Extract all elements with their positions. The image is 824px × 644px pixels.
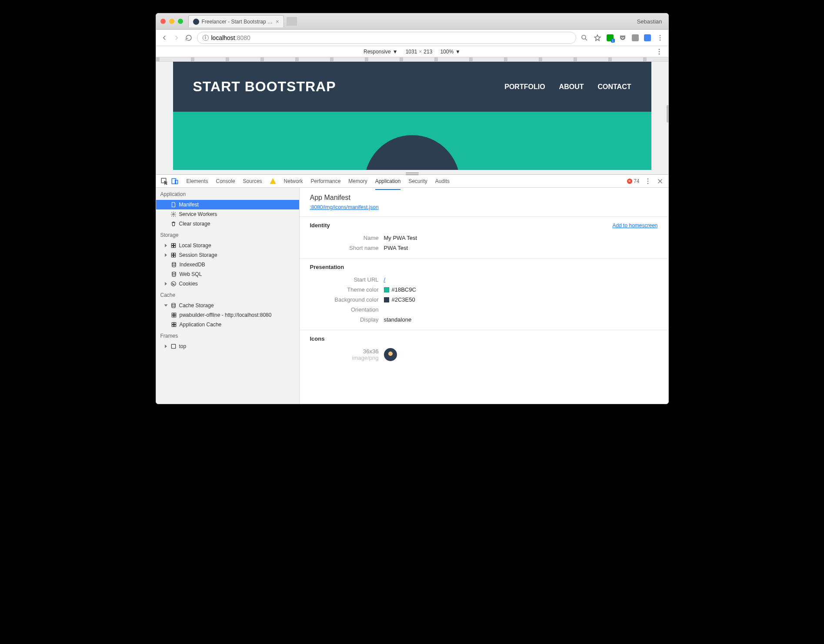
svg-rect-34 (174, 322, 176, 324)
devtools-menu-icon[interactable] (644, 177, 652, 185)
svg-point-0 (582, 35, 586, 39)
sidebar-item-clear-storage[interactable]: Clear storage (156, 219, 299, 229)
kv-key: Orientation (310, 306, 384, 313)
sidebar-item-cache-storage[interactable]: Cache Storage (156, 301, 299, 310)
zoom-icon[interactable] (580, 34, 588, 42)
toggle-device-toolbar-icon[interactable] (171, 177, 179, 185)
expand-arrow-icon[interactable] (165, 253, 167, 257)
sidebar-item-local-storage[interactable]: Local Storage (156, 241, 299, 250)
devtools-tab-console[interactable]: Console (216, 176, 235, 187)
devtools-tab-application[interactable]: Application (375, 176, 401, 187)
extension-3-icon[interactable] (644, 34, 651, 41)
devtools-tab-memory[interactable]: Memory (348, 176, 367, 187)
sidebar-item-service-workers[interactable]: Service Workers (156, 209, 299, 219)
reload-button[interactable] (185, 34, 193, 42)
site-info-icon[interactable]: i (203, 35, 209, 41)
zoom-select[interactable]: 100% ▼ (440, 49, 460, 55)
expand-arrow-icon[interactable] (165, 345, 167, 348)
fullscreen-window-icon[interactable] (178, 19, 183, 24)
kv-key: Start URL (310, 276, 384, 283)
back-button[interactable] (160, 34, 168, 42)
sidebar-group-application: Application (156, 188, 299, 200)
new-tab-button[interactable] (287, 17, 297, 26)
close-tab-icon[interactable]: × (276, 18, 279, 25)
sidebar-item-label: Local Storage (179, 242, 211, 249)
grid-icon (171, 312, 177, 318)
sidebar-item-session-storage[interactable]: Session Storage (156, 250, 299, 260)
devtools-tab-sources[interactable]: Sources (243, 176, 262, 187)
page-frame[interactable]: START BOOTSTRAP PORTFOLIO ABOUT CONTACT (173, 62, 651, 170)
site-menu: PORTFOLIO ABOUT CONTACT (504, 83, 631, 91)
devtools-tab-security[interactable]: Security (408, 176, 427, 187)
device-toolbar-menu-icon[interactable] (655, 48, 663, 56)
extension-2-icon[interactable] (632, 34, 639, 41)
browser-menu-icon[interactable] (656, 34, 664, 42)
svg-rect-16 (171, 246, 173, 248)
kv-row: Background color#2C3E50 (310, 295, 658, 305)
svg-point-23 (172, 272, 175, 274)
icons-heading: Icons (310, 335, 325, 342)
svg-point-13 (173, 213, 174, 215)
devtools-tab-audits[interactable]: Audits (435, 176, 450, 187)
manifest-path-link[interactable]: :8080/img/icons/manifest.json (300, 204, 668, 216)
kv-row: Theme color#18BC9C (310, 285, 658, 295)
sidebar-item-manifest[interactable]: Manifest (156, 200, 299, 209)
svg-rect-17 (173, 246, 175, 248)
sidebar-item-web-sql[interactable]: Web SQL (156, 269, 299, 279)
site-menu-portfolio[interactable]: PORTFOLIO (504, 83, 545, 91)
viewport-size[interactable]: 1031 × 213 (406, 49, 433, 55)
sidebar-item-label: Session Storage (179, 252, 217, 258)
sidebar-group-cache: Cache (156, 289, 299, 301)
site-menu-about[interactable]: ABOUT (559, 83, 584, 91)
svg-point-12 (647, 183, 648, 184)
expand-arrow-icon[interactable] (164, 305, 167, 307)
devtools-tab-elements[interactable]: Elements (187, 176, 208, 187)
minimize-window-icon[interactable] (169, 19, 174, 24)
svg-point-10 (647, 178, 648, 179)
sidebar-item-indexeddb[interactable]: IndexedDB (156, 260, 299, 269)
expand-arrow-icon[interactable] (165, 244, 167, 247)
site-menu-contact[interactable]: CONTACT (597, 83, 631, 91)
site-brand[interactable]: START BOOTSTRAP (193, 79, 336, 95)
svg-point-25 (172, 283, 173, 283)
svg-rect-33 (172, 322, 173, 324)
add-to-homescreen-link[interactable]: Add to homescreen (612, 222, 657, 229)
svg-point-3 (659, 40, 660, 40)
viewport-resize-handle-bottom[interactable] (406, 173, 419, 175)
devtools-tab-performance[interactable]: Performance (311, 176, 341, 187)
application-sidebar: ApplicationManifestService WorkersClear … (156, 188, 300, 404)
manifest-icon-preview (384, 348, 397, 361)
expand-arrow-icon[interactable] (165, 282, 167, 285)
devtools-tab-network[interactable]: Network (284, 176, 303, 187)
bookmark-icon[interactable] (594, 34, 601, 42)
device-mode-select[interactable]: Responsive ▼ (364, 49, 398, 55)
hero-avatar-icon (364, 135, 460, 170)
svg-point-5 (658, 51, 659, 52)
sidebar-item-pwabuilder-offline-http-localhost-8080[interactable]: pwabuilder-offline - http://localhost:80… (156, 310, 299, 320)
doc-icon (170, 202, 177, 208)
start-url-link[interactable]: / (384, 276, 386, 283)
devtools-close-icon[interactable] (656, 177, 664, 185)
viewport-resize-handle-right[interactable] (667, 105, 669, 123)
extension-1-icon[interactable]: 1 (607, 34, 614, 41)
close-window-icon[interactable] (160, 19, 166, 24)
icons-section: Icons 36x36image/png (300, 330, 668, 368)
sidebar-item-top[interactable]: top (156, 342, 299, 351)
address-bar[interactable]: i localhost:8080 (197, 32, 576, 44)
identity-section: Identity Add to homescreen NameMy PWA Te… (300, 216, 668, 258)
color-swatch-icon (384, 287, 389, 292)
forward-button[interactable] (173, 34, 180, 42)
sidebar-item-cookies[interactable]: Cookies (156, 279, 299, 289)
sidebar-item-application-cache[interactable]: Application Cache (156, 320, 299, 329)
presentation-heading: Presentation (310, 264, 344, 270)
svg-rect-30 (174, 313, 176, 315)
error-count-badge[interactable]: ✕74 (627, 178, 639, 184)
grid-icon (170, 252, 177, 258)
pocket-icon[interactable] (619, 34, 627, 42)
kv-value: PWA Test (384, 245, 408, 251)
browser-tab[interactable]: Freelancer - Start Bootstrap Th × (188, 15, 284, 27)
kv-row: Displaystandalone (310, 315, 658, 325)
profile-label[interactable]: Sebastian (637, 18, 662, 25)
inspect-element-icon[interactable] (160, 177, 168, 185)
svg-point-27 (173, 284, 173, 285)
